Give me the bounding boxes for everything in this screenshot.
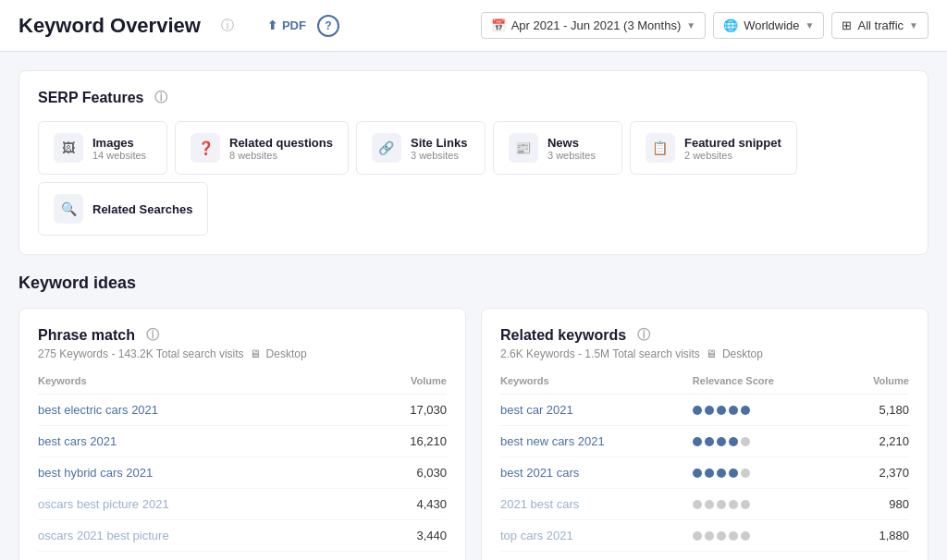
keyword-volume: 16,210: [357, 426, 447, 457]
globe-icon: 🌐: [723, 18, 738, 32]
serp-feature-sub: 3 websites: [547, 150, 596, 161]
relevance-dot: [741, 469, 750, 478]
relevance-score: [693, 437, 842, 446]
page-title: Keyword Overview: [18, 14, 201, 38]
keyword-link[interactable]: best car 2021: [500, 403, 573, 417]
location-filter-button[interactable]: 🌐 Worldwide ▼: [713, 12, 824, 39]
serp-feature-icon: 📋: [646, 133, 675, 163]
keyword-link[interactable]: top cars 2021: [500, 529, 573, 542]
keyword-link[interactable]: oscars 2021 best picture: [38, 529, 169, 542]
relevance-score: [693, 469, 842, 478]
phrase-match-info-icon[interactable]: ⓘ: [146, 327, 159, 344]
help-button[interactable]: ?: [317, 15, 339, 37]
relevance-dot: [693, 469, 702, 478]
serp-features-title: SERP Features ⓘ: [38, 90, 909, 106]
serp-feature-label: News: [547, 136, 596, 150]
serp-feature-item[interactable]: 🖼 Images 14 websites: [38, 121, 167, 175]
phrase-match-title: Phrase match ⓘ: [38, 327, 447, 344]
serp-feature-text: Site Links 3 websites: [411, 136, 467, 161]
serp-feature-text: Featured snippet 2 websites: [684, 136, 781, 161]
table-row: 2021 best cars 980: [500, 489, 909, 520]
relevance-dot: [705, 437, 714, 446]
keyword-volume: 2,210: [842, 426, 909, 457]
related-keywords-title: Related keywords ⓘ: [500, 327, 909, 344]
related-col-keywords: Keywords: [500, 375, 693, 395]
phrase-match-col-keywords: Keywords: [38, 375, 357, 395]
relevance-dot: [717, 531, 726, 541]
calendar-icon: 📅: [491, 18, 506, 32]
keyword-link[interactable]: 2021 best cars: [500, 497, 579, 511]
serp-feature-item[interactable]: 📋 Featured snippet 2 websites: [630, 121, 797, 175]
relevance-dot: [741, 531, 750, 541]
date-filter-chevron: ▼: [686, 20, 695, 30]
relevance-dot: [693, 531, 702, 541]
serp-feature-text: Images 14 websites: [92, 136, 146, 161]
relevance-dot: [729, 469, 738, 478]
serp-feature-icon: 🔍: [54, 194, 83, 224]
relevance-dot: [693, 437, 702, 446]
location-filter-chevron: ▼: [806, 20, 815, 30]
relevance-dot: [693, 500, 702, 509]
keyword-link[interactable]: best new cars 2021: [500, 434, 605, 448]
serp-feature-item[interactable]: ❓ Related questions 8 websites: [175, 121, 349, 175]
traffic-filter-chevron: ▼: [909, 20, 918, 30]
serp-feature-icon: 🖼: [54, 133, 83, 163]
serp-feature-icon: ❓: [191, 133, 220, 163]
serp-feature-label: Related Searches: [92, 202, 192, 216]
relevance-dot: [729, 531, 738, 541]
phrase-match-table: Keywords Volume best electric cars 2021 …: [38, 375, 447, 552]
keyword-ideas-columns: Phrase match ⓘ 275 Keywords - 143.2K Tot…: [18, 308, 929, 560]
keyword-link[interactable]: best 2021 cars: [500, 466, 579, 480]
keyword-volume: 6,030: [357, 457, 447, 489]
top-bar-filters: 📅 Apr 2021 - Jun 2021 (3 Months) ▼ 🌐 Wor…: [481, 12, 929, 39]
relevance-dot: [741, 437, 750, 446]
related-col-volume: Volume: [842, 375, 909, 395]
keyword-link[interactable]: best cars 2021: [38, 434, 117, 448]
serp-feature-sub: 3 websites: [411, 150, 467, 161]
keyword-volume: 2,370: [842, 457, 909, 489]
phrase-match-col-volume: Volume: [357, 375, 447, 395]
desktop-icon: 🖥: [250, 347, 261, 360]
serp-feature-label: Site Links: [411, 136, 467, 150]
relevance-dot: [717, 437, 726, 446]
serp-features-card: SERP Features ⓘ 🖼 Images 14 websites ❓ R…: [18, 70, 929, 255]
traffic-filter-button[interactable]: ⊞ All traffic ▼: [831, 12, 929, 39]
relevance-dot: [741, 500, 750, 509]
top-bar: Keyword Overview ⓘ ⬆ PDF ? 📅 Apr 2021 - …: [0, 0, 947, 52]
relevance-dot: [693, 406, 702, 415]
keyword-link[interactable]: oscars best picture 2021: [38, 497, 169, 511]
serp-features-info-icon[interactable]: ⓘ: [154, 90, 167, 106]
relevance-score: [693, 406, 842, 415]
relevance-dot: [705, 500, 714, 509]
serp-feature-sub: 2 websites: [684, 150, 781, 161]
keyword-volume: 1,880: [842, 520, 909, 552]
date-filter-button[interactable]: 📅 Apr 2021 - Jun 2021 (3 Months) ▼: [481, 12, 706, 39]
keyword-link[interactable]: best hybrid cars 2021: [38, 466, 153, 480]
title-info-icon[interactable]: ⓘ: [221, 18, 234, 34]
table-row: best cars 2021 16,210: [38, 426, 447, 457]
relevance-dot: [717, 406, 726, 415]
pdf-button[interactable]: ⬆ PDF: [267, 18, 306, 32]
traffic-icon: ⊞: [842, 18, 852, 32]
relevance-dot: [729, 406, 738, 415]
keyword-link[interactable]: best electric cars 2021: [38, 403, 158, 417]
serp-feature-item[interactable]: 🔍 Related Searches: [38, 182, 208, 236]
phrase-match-card: Phrase match ⓘ 275 Keywords - 143.2K Tot…: [18, 308, 466, 560]
serp-feature-item[interactable]: 📰 News 3 websites: [493, 121, 622, 175]
relevance-dot: [705, 469, 714, 478]
related-keywords-table: Keywords Relevance Score Volume best car…: [500, 375, 909, 552]
relevance-dot: [729, 437, 738, 446]
serp-feature-text: News 3 websites: [547, 136, 596, 161]
related-keywords-info-icon[interactable]: ⓘ: [637, 327, 650, 344]
relevance-dot: [717, 469, 726, 478]
table-row: best new cars 2021 2,210: [500, 426, 909, 457]
related-keywords-meta: 2.6K Keywords - 1.5M Total search visits…: [500, 347, 909, 360]
top-bar-actions: ⬆ PDF ?: [267, 15, 339, 37]
keyword-volume: 17,030: [357, 395, 447, 426]
serp-features-grid: 🖼 Images 14 websites ❓ Related questions…: [38, 121, 909, 236]
serp-feature-icon: 📰: [509, 133, 538, 163]
relevance-score: [693, 500, 842, 509]
serp-feature-sub: 14 websites: [92, 150, 146, 161]
relevance-dot: [705, 406, 714, 415]
serp-feature-item[interactable]: 🔗 Site Links 3 websites: [356, 121, 486, 175]
